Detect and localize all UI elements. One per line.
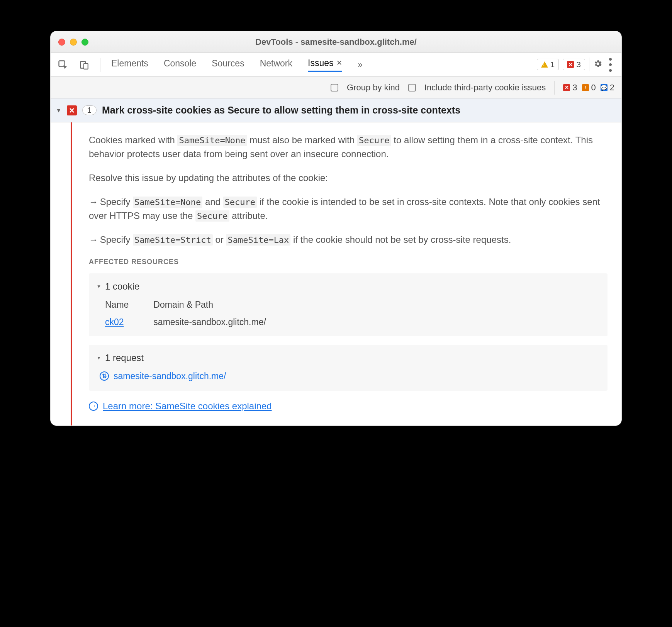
cookies-header[interactable]: ▼ 1 cookie	[97, 280, 600, 293]
issue-kind-counts: ✕3 !0 💬2	[563, 83, 614, 93]
issue-description-2: Resolve this issue by updating the attri…	[89, 171, 608, 185]
group-by-kind-label: Group by kind	[347, 83, 400, 93]
info-icon: 💬	[601, 84, 608, 91]
panel-tabs: Elements Console Sources Network Issues …	[111, 58, 363, 72]
window-title: DevTools - samesite-sandbox.glitch.me/	[51, 37, 621, 47]
error-count[interactable]: ✕3	[563, 83, 577, 93]
tab-label: Network	[260, 58, 292, 69]
devtools-toolbar: Elements Console Sources Network Issues …	[51, 53, 621, 77]
learn-more-link[interactable]: Learn more: SameSite cookies explained	[103, 399, 272, 413]
code: SameSite=Strict	[133, 234, 213, 246]
warning-icon	[541, 61, 548, 68]
issue-body: Cookies marked with SameSite=None must a…	[51, 122, 621, 425]
error-icon: ✕	[567, 61, 574, 68]
code: Secure	[357, 135, 391, 146]
warnings-badge[interactable]: 1	[537, 59, 559, 70]
more-options-icon[interactable]: •••	[606, 57, 614, 72]
tab-elements[interactable]: Elements	[111, 58, 148, 71]
third-party-label: Include third-party cookie issues	[424, 83, 546, 93]
toolbar-divider	[100, 58, 100, 72]
code: Secure	[195, 210, 229, 222]
errors-badge[interactable]: ✕ 3	[563, 59, 585, 70]
inspect-element-icon[interactable]	[58, 59, 68, 70]
tab-label: Sources	[212, 58, 244, 69]
device-toolbar-icon[interactable]	[79, 60, 89, 70]
column-domain-header: Domain & Path	[153, 298, 266, 312]
arrow-icon: →	[89, 195, 97, 209]
toolbar-divider	[589, 58, 589, 71]
error-icon: ✕	[563, 84, 570, 91]
tab-label: Elements	[111, 58, 148, 69]
code: SameSite=None	[133, 197, 202, 208]
expand-caret-icon[interactable]: ▼	[56, 107, 61, 114]
tab-label: Issues	[308, 58, 333, 68]
code: SameSite=None	[177, 135, 247, 146]
expand-caret-icon[interactable]: ▼	[97, 283, 101, 290]
tab-issues[interactable]: Issues ✕	[308, 58, 342, 72]
close-tab-icon[interactable]: ✕	[336, 59, 342, 67]
tab-label: Console	[164, 58, 196, 69]
group-by-kind-checkbox[interactable]	[331, 84, 338, 92]
warning-icon: !	[582, 84, 589, 91]
toolbar-divider	[554, 81, 555, 95]
warning-count[interactable]: !0	[582, 83, 596, 93]
errors-count: 3	[576, 60, 581, 69]
issue-bullet-2: → Specify SameSite=Strict or SameSite=La…	[89, 233, 608, 247]
svg-rect-2	[84, 63, 88, 69]
code: Secure	[223, 197, 257, 208]
affected-requests-card: ▼ 1 request ⇅ samesite-sandbox.glitch.me…	[89, 345, 608, 391]
cookie-name-link[interactable]: ck02	[105, 315, 129, 329]
learn-more-row: → Learn more: SameSite cookies explained	[89, 399, 608, 413]
affected-resources-label: AFFECTED RESOURCES	[89, 257, 608, 267]
titlebar: DevTools - samesite-sandbox.glitch.me/	[51, 31, 621, 53]
issue-header[interactable]: ▼ 1 Mark cross-site cookies as Secure to…	[51, 98, 621, 122]
issue-title: Mark cross-site cookies as Secure to all…	[102, 105, 460, 116]
info-count[interactable]: 💬2	[601, 83, 614, 93]
arrow-icon: →	[89, 233, 97, 247]
error-icon	[67, 105, 77, 115]
issue-occurrence-count: 1	[82, 105, 97, 115]
tab-sources[interactable]: Sources	[212, 58, 244, 71]
issues-filter-bar: Group by kind Include third-party cookie…	[51, 77, 621, 98]
issue-bullet-1: → Specify SameSite=None and Secure if th…	[89, 195, 608, 223]
external-link-icon: →	[89, 402, 98, 411]
third-party-checkbox[interactable]	[408, 84, 416, 92]
requests-header[interactable]: ▼ 1 request	[97, 351, 600, 365]
network-request-icon: ⇅	[100, 371, 109, 381]
code: SameSite=Lax	[226, 234, 290, 246]
tab-network[interactable]: Network	[260, 58, 292, 71]
more-tabs-icon[interactable]: »	[358, 60, 362, 70]
cookie-domain-value: samesite-sandbox.glitch.me/	[153, 315, 266, 329]
issue-description-1: Cookies marked with SameSite=None must a…	[89, 133, 608, 161]
request-link[interactable]: samesite-sandbox.glitch.me/	[114, 369, 226, 383]
expand-caret-icon[interactable]: ▼	[97, 354, 101, 361]
column-name-header: Name	[105, 298, 129, 312]
devtools-window: DevTools - samesite-sandbox.glitch.me/ E…	[50, 31, 622, 426]
settings-gear-icon[interactable]	[593, 59, 602, 70]
tab-console[interactable]: Console	[164, 58, 196, 71]
affected-cookies-card: ▼ 1 cookie Name ck02 Domain & Path sames…	[89, 273, 608, 336]
warnings-count: 1	[550, 60, 555, 69]
